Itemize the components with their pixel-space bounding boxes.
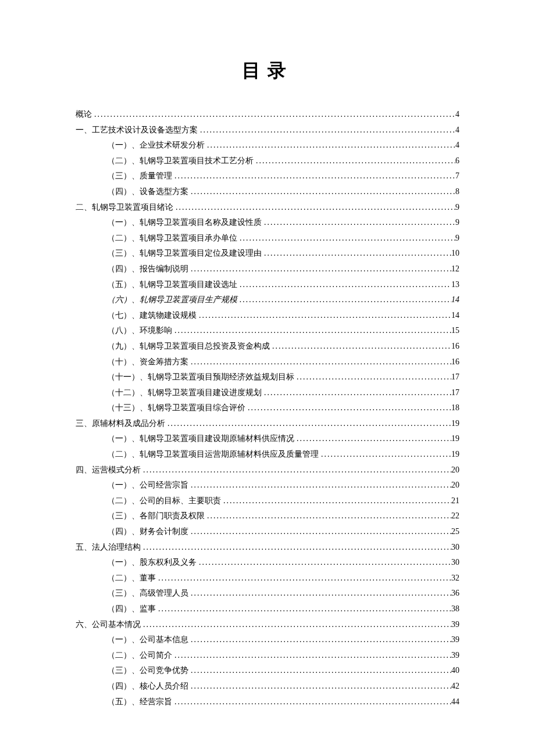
toc-entry: （三）、公司竞争优势40 [76,663,459,679]
toc-entry-label: 六、公司基本情况 [76,617,141,633]
toc-leader-dots [294,370,451,385]
toc-leader-dots [156,571,451,586]
toc-entry: （四）、财务会计制度25 [76,524,459,540]
toc-entry-label: （四）、监事 [107,601,156,617]
toc-entry-page: 9 [455,231,459,246]
toc-entry: （一）、企业技术研发分析4 [76,138,459,153]
toc-entry: （二）、公司简介39 [76,648,459,664]
toc-entry-page: 18 [451,400,459,416]
toc-entry: （六）、轧钢导卫装置项目生产规模14 [76,292,459,308]
toc-entry: （十三）、轧钢导卫装置项目综合评价18 [76,400,459,416]
toc-entry-page: 17 [451,385,459,401]
toc-entry-page: 9 [455,200,459,216]
toc-entry-label: （十）、资金筹措方案 [107,354,188,370]
toc-entry-page: 39 [451,617,459,633]
toc-leader-dots [197,308,451,324]
toc-leader-dots [237,231,455,246]
toc-entry-page: 44 [451,694,459,710]
toc-entry-page: 4 [455,123,459,138]
toc-entry-label: （十一）、轧钢导卫装置项目预期经济效益规划目标 [107,370,294,385]
toc-leader-dots [188,261,451,277]
toc-entry-page: 42 [451,679,459,694]
toc-leader-dots [188,524,451,540]
toc-leader-dots [172,169,455,184]
toc-entry-label: （四）、设备选型方案 [107,184,188,200]
toc-entry-label: （一）、轧钢导卫装置项目建设期原辅材料供应情况 [107,431,294,447]
toc-entry-label: （二）、轧钢导卫装置项目技术工艺分析 [107,153,254,169]
toc-entry: 五、法人治理结构30 [76,540,459,556]
toc-entry-page: 15 [451,323,459,339]
toc-entry-page: 19 [451,447,459,463]
toc-leader-dots [262,246,451,261]
toc-entry-label: （一）、公司经营宗旨 [107,478,188,493]
toc-leader-dots [141,463,451,478]
toc-entry-label: （十二）、轧钢导卫装置项目建设进度规划 [107,385,262,401]
toc-entry-page: 10 [451,246,459,261]
toc-entry: （一）、股东权利及义务30 [76,555,459,571]
toc-entry-label: （二）、董事 [107,571,156,586]
toc-entry-label: 三、原辅材料及成品分析 [76,416,165,432]
toc-leader-dots [262,385,451,401]
toc-leader-dots [294,431,451,447]
toc-leader-dots [188,632,451,648]
toc-entry: （二）、董事32 [76,571,459,586]
toc-entry: 三、原辅材料及成品分析19 [76,416,459,432]
toc-leader-dots [173,200,455,216]
toc-leader-dots [221,493,451,509]
toc-entry-page: 14 [451,308,459,324]
toc-entry: （三）、轧钢导卫装置项目定位及建设理由10 [76,246,459,261]
toc-leader-dots [188,184,455,200]
toc-entry-label: 四、运营模式分析 [76,463,141,478]
toc-entry-label: （五）、经营宗旨 [107,694,172,710]
toc-entry: （二）、轧钢导卫装置项目技术工艺分析6 [76,153,459,169]
toc-entry: （五）、轧钢导卫装置项目建设选址13 [76,277,459,293]
toc-entry-page: 25 [451,524,459,540]
toc-entry: 二、轧钢导卫装置项目绪论9 [76,200,459,216]
toc-entry-page: 40 [451,663,459,679]
toc-entry-page: 8 [455,184,459,200]
toc-entry: （八）、环境影响15 [76,323,459,339]
toc-leader-dots [156,601,451,617]
toc-entry-page: 4 [455,107,459,123]
toc-entry: （四）、设备选型方案8 [76,184,459,200]
toc-entry-label: （一）、股东权利及义务 [107,555,197,571]
toc-leader-dots [319,447,451,463]
toc-entry-label: 概论 [76,107,92,123]
toc-entry-page: 19 [451,416,459,432]
toc-leader-dots [205,138,455,153]
toc-entry: （二）、轧钢导卫装置项目承办单位9 [76,231,459,246]
toc-leader-dots [270,339,451,354]
toc-entry-page: 17 [451,370,459,385]
toc-entry: （一）、轧钢导卫装置项目名称及建设性质9 [76,215,459,231]
toc-entry-label: （五）、轧钢导卫装置项目建设选址 [107,277,237,293]
toc-entry-label: （三）、各部门职责及权限 [107,508,205,524]
toc-entry: （五）、经营宗旨44 [76,694,459,710]
toc-entry: （二）、公司的目标、主要职责21 [76,493,459,509]
toc-leader-dots [141,617,451,633]
toc-leader-dots [172,648,451,664]
toc-entry: （一）、公司基本信息39 [76,632,459,648]
toc-entry-page: 12 [451,261,459,277]
toc-entry-page: 19 [451,431,459,447]
toc-entry-label: （二）、公司简介 [107,648,172,664]
toc-entry-label: （二）、公司的目标、主要职责 [107,493,221,509]
toc-entry: （七）、建筑物建设规模14 [76,308,459,324]
toc-entry: （一）、轧钢导卫装置项目建设期原辅材料供应情况19 [76,431,459,447]
toc-entry-label: （三）、质量管理 [107,169,172,184]
toc-entry: 概论4 [76,107,459,123]
toc-entry-label: （二）、轧钢导卫装置项目运营期原辅材料供应及质量管理 [107,447,319,463]
toc-entry-page: 30 [451,540,459,556]
toc-entry-page: 22 [451,508,459,524]
toc-leader-dots [262,215,455,231]
toc-entry-label: （一）、企业技术研发分析 [107,138,205,153]
toc-leader-dots [172,323,451,339]
toc-leader-dots [172,694,451,710]
toc-entry-page: 39 [451,632,459,648]
toc-entry-page: 30 [451,555,459,571]
toc-entry: 一、工艺技术设计及设备选型方案4 [76,123,459,138]
toc-entry-page: 13 [451,277,459,293]
toc-title: 目录 [76,58,459,84]
toc-entry-page: 4 [455,138,459,153]
toc-entry: （四）、报告编制说明12 [76,261,459,277]
toc-entry-label: （七）、建筑物建设规模 [107,308,197,324]
